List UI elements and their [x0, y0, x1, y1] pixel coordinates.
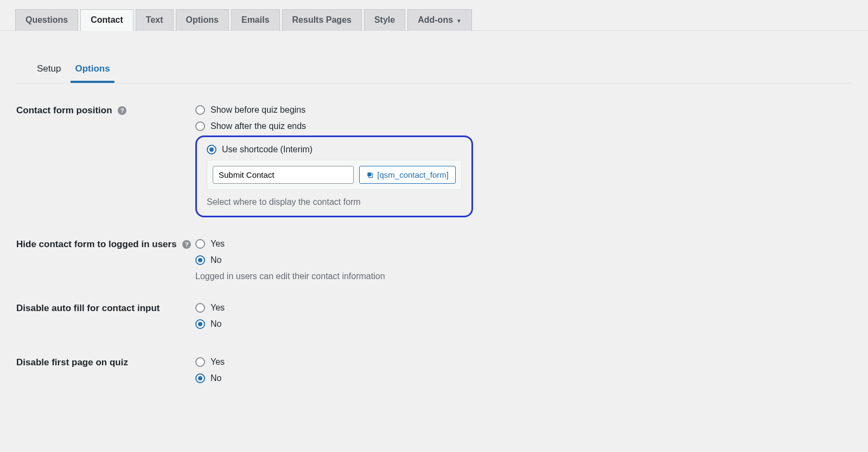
radio-option-shortcode[interactable]: Use shortcode (Interim): [207, 145, 462, 154]
label-text: Disable first page on quiz: [16, 357, 128, 367]
tab-emails[interactable]: Emails: [231, 9, 280, 31]
primary-tabs: Questions Contact Text Options Emails Re…: [0, 0, 868, 31]
field-control: Yes No: [195, 357, 852, 390]
field-control: Yes No: [195, 303, 852, 335]
subtab-setup[interactable]: Setup: [33, 57, 65, 83]
field-hide-contact-logged-in: Hide contact form to logged in users ? Y…: [16, 239, 852, 281]
field-contact-form-position: Contact form position ? Show before quiz…: [16, 105, 852, 217]
field-label: Disable auto fill for contact input: [16, 303, 195, 314]
radio-input[interactable]: [207, 145, 216, 154]
submit-contact-input[interactable]: [213, 166, 354, 184]
tab-contact[interactable]: Contact: [80, 9, 133, 31]
radio-label: No: [210, 319, 221, 329]
field-description: Select where to display the contact form: [207, 197, 462, 207]
tab-questions[interactable]: Questions: [15, 9, 78, 31]
radio-option-yes[interactable]: Yes: [195, 303, 852, 313]
tab-text[interactable]: Text: [136, 9, 174, 31]
radio-input[interactable]: [195, 105, 205, 115]
radio-label: Yes: [210, 239, 225, 249]
help-icon[interactable]: ?: [182, 240, 191, 249]
svg-rect-1: [368, 172, 372, 176]
radio-option-yes[interactable]: Yes: [195, 357, 852, 367]
field-control: Yes No Logged in users can edit their co…: [195, 239, 852, 281]
radio-label: Use shortcode (Interim): [222, 145, 312, 154]
field-disable-first-page: Disable first page on quiz Yes No: [16, 357, 852, 390]
radio-input[interactable]: [195, 319, 205, 329]
sub-tabs: Setup Options: [16, 47, 852, 83]
field-label: Contact form position ?: [16, 105, 195, 116]
radio-label: Yes: [210, 303, 225, 313]
tab-options[interactable]: Options: [176, 9, 229, 31]
tab-addons[interactable]: Add-ons▼: [407, 9, 472, 31]
radio-label: No: [210, 373, 221, 383]
help-icon[interactable]: ?: [118, 106, 126, 115]
field-control: Show before quiz begins Show after the q…: [195, 105, 852, 217]
field-disable-autofill: Disable auto fill for contact input Yes …: [16, 303, 852, 335]
radio-input[interactable]: [195, 357, 205, 367]
settings-content: Contact form position ? Show before quiz…: [0, 83, 868, 411]
tab-results-pages[interactable]: Results Pages: [282, 9, 362, 31]
field-description: Logged in users can edit their contact i…: [195, 272, 852, 281]
chevron-down-icon: ▼: [456, 18, 462, 24]
field-label: Disable first page on quiz: [16, 357, 195, 368]
label-text: Hide contact form to logged in users: [16, 239, 177, 249]
shortcode-highlight-box: Use shortcode (Interim) [qsm_contact_for…: [195, 135, 473, 217]
shortcode-text: [qsm_contact_form]: [377, 170, 449, 179]
radio-label: Yes: [210, 357, 225, 367]
radio-option-no[interactable]: No: [195, 373, 852, 383]
tab-style[interactable]: Style: [364, 9, 405, 31]
radio-input[interactable]: [195, 373, 205, 383]
copy-icon: [366, 171, 374, 179]
label-text: Contact form position: [16, 105, 112, 115]
radio-label: Show after the quiz ends: [210, 121, 306, 131]
sub-tabs-wrapper: Setup Options: [16, 47, 852, 83]
radio-label: No: [210, 255, 221, 265]
radio-option-before[interactable]: Show before quiz begins: [195, 105, 852, 115]
subtab-options[interactable]: Options: [71, 57, 114, 83]
radio-input[interactable]: [195, 239, 205, 249]
label-text: Disable auto fill for contact input: [16, 303, 159, 313]
tab-addons-label: Add-ons: [418, 15, 453, 24]
radio-option-yes[interactable]: Yes: [195, 239, 852, 249]
copy-shortcode-button[interactable]: [qsm_contact_form]: [359, 166, 456, 184]
radio-input[interactable]: [195, 303, 205, 313]
radio-input[interactable]: [195, 121, 205, 131]
radio-option-no[interactable]: No: [195, 255, 852, 265]
radio-label: Show before quiz begins: [210, 105, 305, 115]
radio-input[interactable]: [195, 255, 205, 265]
radio-option-no[interactable]: No: [195, 319, 852, 329]
field-label: Hide contact form to logged in users ?: [16, 239, 195, 250]
radio-option-after[interactable]: Show after the quiz ends: [195, 121, 852, 131]
shortcode-row: [qsm_contact_form]: [207, 160, 462, 190]
